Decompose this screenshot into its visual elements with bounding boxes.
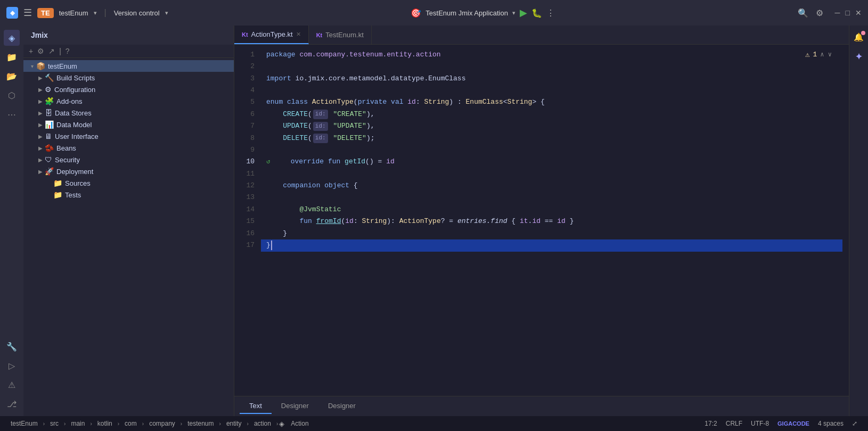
sidebar-item-files[interactable]: 📂 <box>4 68 20 84</box>
space7 <box>329 121 333 132</box>
editor-area: Kt ActionType.kt ✕ Kt TestEnum.kt 1 2 3 … <box>234 26 849 416</box>
sidebar-item-jmix[interactable]: ◈ <box>4 30 20 46</box>
ai-assistant-icon[interactable]: ✦ <box>851 49 866 64</box>
sidebar-item-more[interactable]: ⋯ <box>4 106 20 122</box>
sidebar-item-project[interactable]: 📁 <box>4 49 20 65</box>
run-button[interactable]: ▶ <box>520 7 527 19</box>
sb-action[interactable]: action <box>250 420 275 427</box>
main-area: ◈ 📁 📂 ⬡ ⋯ 🔧 ▷ ⚠ ⎇ Jmix + ⚙ ↗ | ? ▾ 📦 tes… <box>0 26 868 416</box>
root-icon: 📦 <box>36 62 45 70</box>
sb-kotlin[interactable]: kotlin <box>93 420 117 427</box>
question15: ? = <box>441 216 457 227</box>
tree-item-datastores[interactable]: ▶ 🗄 Data Stores <box>23 107 234 119</box>
maximize-button[interactable]: □ <box>846 9 850 17</box>
kw-import: import <box>266 73 296 85</box>
tab-actiontype[interactable]: Kt ActionType.kt ✕ <box>234 26 309 44</box>
code-content[interactable]: ⚠ 1 ∧ ∨ package com.company.testenum.ent… <box>261 45 842 396</box>
minimize-button[interactable]: ─ <box>835 9 840 17</box>
sidebar-item-problems[interactable]: ⚠ <box>4 377 20 393</box>
arrow-beans: ▶ <box>36 145 45 151</box>
version-dropdown[interactable]: ▾ <box>165 10 168 16</box>
paren15a: ( <box>341 216 345 227</box>
app-dropdown[interactable]: ▾ <box>512 10 515 16</box>
gear-icon[interactable]: ⚙ <box>37 47 44 55</box>
search-button[interactable]: 🔍 <box>798 8 808 18</box>
sb-root[interactable]: testEnum <box>6 420 42 427</box>
notifications-icon[interactable]: 🔔 <box>851 30 866 45</box>
paren8: ( <box>308 133 312 144</box>
sb-line-ending[interactable]: CRLF <box>722 420 747 427</box>
param-id15: id <box>345 216 354 227</box>
tab-testenum[interactable]: Kt TestEnum.kt <box>309 26 372 44</box>
tab-text[interactable]: Text <box>240 399 272 414</box>
sb-encoding[interactable]: UTF-8 <box>747 420 773 427</box>
inlay-id6: id: <box>313 110 328 119</box>
project-name[interactable]: testEnum <box>59 9 88 17</box>
indent16: } <box>266 228 287 239</box>
indent10 <box>274 156 290 168</box>
arrow-datastores: ▶ <box>36 110 45 116</box>
sb-action-class[interactable]: ◈ Action <box>279 420 313 428</box>
ln-17: 17 <box>234 239 261 251</box>
sb-com[interactable]: com <box>120 420 141 427</box>
cls-enumclass: EnumClass <box>466 97 503 108</box>
hamburger-menu[interactable]: ☰ <box>23 7 32 19</box>
sb-src[interactable]: src <box>46 420 63 427</box>
scrollbar[interactable] <box>842 45 849 396</box>
filetree-title: Jmix <box>31 31 48 39</box>
help-icon[interactable]: ? <box>65 47 70 55</box>
settings-button[interactable]: ⚙ <box>816 8 823 18</box>
tab-actiontype-icon: Kt <box>242 31 248 38</box>
sidebar-item-tools[interactable]: 🔧 <box>4 338 20 354</box>
fn-update: UPDATE <box>283 121 308 132</box>
sb-entity[interactable]: entity <box>222 420 246 427</box>
tree-item-build-scripts[interactable]: ▶ 🔨 Build Scripts <box>23 72 234 84</box>
sb-testenum[interactable]: testenum <box>183 420 218 427</box>
version-control[interactable]: Version control <box>114 9 160 17</box>
tree-item-root[interactable]: ▾ 📦 testEnum <box>23 60 234 72</box>
code-editor: 1 2 3 4 5 6 7 8 9 10 11 12 13 14 15 16 1… <box>234 45 849 396</box>
kw-companion: companion <box>283 180 324 192</box>
tree-item-beans[interactable]: ▶ 🫘 Beans <box>23 142 234 154</box>
sb-expand[interactable]: ⤢ <box>848 420 862 427</box>
tree-item-deployment[interactable]: ▶ 🚀 Deployment <box>23 165 234 177</box>
expand-icon[interactable]: ↗ <box>48 47 55 55</box>
project-dropdown[interactable]: ▾ <box>94 10 97 16</box>
brace15: { <box>507 216 520 227</box>
space8 <box>329 133 333 144</box>
tree-item-security[interactable]: ▶ 🛡 Security <box>23 154 234 165</box>
warn-arrows[interactable]: ∧ ∨ <box>820 50 832 60</box>
sb-main[interactable]: main <box>67 420 89 427</box>
tab-actiontype-close[interactable]: ✕ <box>296 31 301 38</box>
close-button[interactable]: ✕ <box>855 9 862 17</box>
tree-item-sources[interactable]: 📁 Sources <box>23 177 234 189</box>
sidebar-item-git[interactable]: ⎇ <box>4 396 20 412</box>
fn-fromid: fromId <box>316 216 341 227</box>
filetree-body: ▾ 📦 testEnum ▶ 🔨 Build Scripts ▶ ⚙ Confi… <box>23 58 234 416</box>
titlebar-left: ◆ ☰ TE testEnum ▾ | Version control ▾ <box>6 7 168 19</box>
more-menu[interactable]: ⋮ <box>546 8 555 18</box>
tree-item-addons[interactable]: ▶ 🧩 Add-ons <box>23 95 234 107</box>
indent6 <box>266 109 283 120</box>
sb-indent[interactable]: 4 spaces <box>814 420 848 427</box>
tree-item-configuration[interactable]: ▶ ⚙ Configuration <box>23 84 234 95</box>
tests-icon: 📁 <box>53 190 62 199</box>
sidebar-item-plugins[interactable]: ⬡ <box>4 87 20 103</box>
tab-designer-2[interactable]: Designer <box>318 399 365 414</box>
tab-designer-1[interactable]: Designer <box>272 399 318 414</box>
tree-item-tests[interactable]: 📁 Tests <box>23 189 234 201</box>
tree-item-userinterface[interactable]: ▶ 🖥 User Interface <box>23 130 234 142</box>
debug-button[interactable]: 🐛 <box>531 8 542 18</box>
cls-string15: String <box>362 216 387 227</box>
cls-string: String <box>424 97 449 108</box>
sb-position[interactable]: 17:2 <box>700 420 721 427</box>
sb-gigacode[interactable]: GIGACODE <box>773 420 814 427</box>
sidebar-item-run[interactable]: ▷ <box>4 358 20 374</box>
line-numbers: 1 2 3 4 5 6 7 8 9 10 11 12 13 14 15 16 1… <box>234 45 261 396</box>
warning-badge: ⚠ 1 ∧ ∨ <box>805 49 832 61</box>
filetree-toolbar: + ⚙ ↗ | ? <box>23 45 234 58</box>
tree-item-datamodel[interactable]: ▶ 📊 Data Model <box>23 119 234 130</box>
add-icon[interactable]: + <box>29 47 33 55</box>
sb-company[interactable]: company <box>145 420 179 427</box>
code-line-7: UPDATE ( id: "UPDATE" ), <box>266 120 842 132</box>
